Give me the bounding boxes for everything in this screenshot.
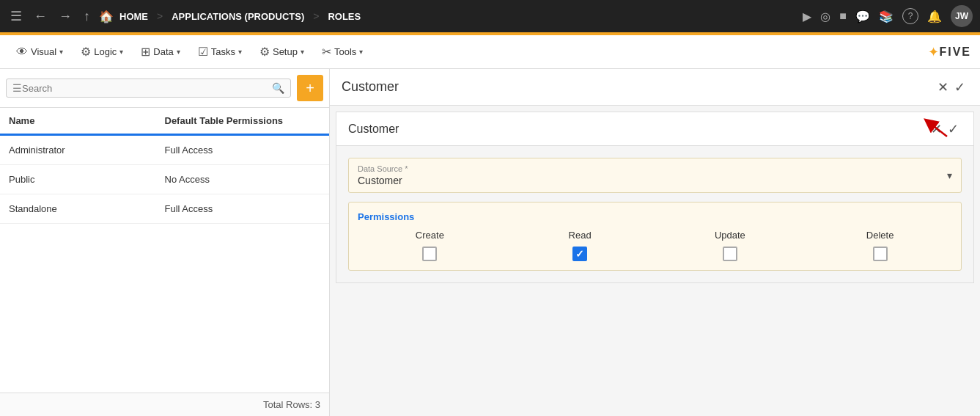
row-perm-public: No Access (165, 174, 321, 185)
visual-icon: 👁 (16, 45, 28, 59)
top-nav-left: ☰ ← → ↑ 🏠 HOME > APPLICATIONS (PRODUCTS)… (7, 5, 797, 27)
perm-col-read: Read ✓ (508, 230, 652, 261)
left-panel: ☰ 🔍 + Name Default Table Permissions Adm… (0, 69, 330, 416)
right-panel: Customer ✕ ✓ Customer ✕ ✓ (330, 69, 980, 416)
perm-col-create: Create (358, 230, 502, 261)
filter-icon: ☰ (12, 82, 22, 94)
logic-arrow: ▾ (119, 48, 123, 56)
home-icon: 🏠 (99, 10, 114, 23)
menu-item-tools[interactable]: ✂ Tools ▾ (314, 40, 370, 63)
visual-arrow: ▾ (59, 48, 63, 56)
sub-header: Customer ✕ ✓ (336, 112, 973, 146)
setup-arrow: ▾ (301, 48, 304, 56)
row-name-public: Public (9, 174, 165, 185)
menu-item-setup[interactable]: ⚙ Setup ▾ (252, 40, 312, 63)
menu-label-tasks: Tasks (211, 46, 235, 57)
help-icon[interactable]: ? (902, 8, 918, 24)
menu-item-logic[interactable]: ⚙ Logic ▾ (73, 40, 130, 63)
perm-header-delete: Delete (866, 230, 894, 241)
perm-col-update: Update (658, 230, 803, 261)
sub-panel: Customer ✕ ✓ (336, 112, 974, 283)
right-confirm-button[interactable]: ✓ (951, 76, 968, 98)
right-close-button[interactable]: ✕ (935, 76, 951, 98)
stop-icon[interactable]: ■ (839, 10, 847, 23)
right-panel-title: Customer (342, 79, 935, 95)
permissions-label: Permissions (358, 211, 952, 222)
forward-icon[interactable]: → (56, 6, 75, 27)
logic-icon: ⚙ (81, 45, 91, 59)
add-button[interactable]: + (297, 75, 323, 101)
menu-item-tasks[interactable]: ☑ Tasks ▾ (191, 40, 249, 63)
menu-label-tools: Tools (334, 46, 356, 57)
play-icon[interactable]: ▶ (803, 10, 811, 23)
perm-header-update: Update (715, 230, 745, 241)
table-row[interactable]: Standalone Full Access (0, 194, 329, 224)
sub-confirm-wrap: ✓ (945, 118, 962, 140)
sub-panel-title: Customer (348, 123, 928, 136)
breadcrumb-roles[interactable]: ROLES (328, 11, 361, 22)
top-nav-right: ▶ ◎ ■ 💬 📚 ? 🔔 JW (803, 5, 973, 27)
search-bar: ☰ 🔍 + (0, 69, 329, 108)
five-logo: ✦ FIVE (928, 44, 971, 60)
menu-bar: 👁 Visual ▾ ⚙ Logic ▾ ⊞ Data ▾ ☑ Tasks ▾ … (0, 35, 980, 69)
perm-header-read: Read (569, 230, 592, 241)
search-input[interactable] (22, 83, 272, 94)
permissions-section: Permissions Create Read ✓ (348, 202, 962, 271)
table-footer: Total Rows: 3 (0, 393, 329, 416)
menu-label-data: Data (153, 46, 173, 57)
breadcrumb-sep-1: > (157, 10, 163, 22)
menu-label-logic: Logic (94, 46, 117, 57)
row-perm-administrator: Full Access (165, 145, 321, 156)
row-name-administrator: Administrator (9, 145, 165, 156)
five-logo-star: ✦ (928, 44, 939, 60)
menu-label-setup: Setup (273, 46, 298, 57)
data-icon: ⊞ (141, 45, 150, 59)
perm-header-create: Create (416, 230, 444, 241)
row-name-standalone: Standalone (9, 203, 165, 214)
column-permissions: Default Table Permissions (165, 115, 321, 126)
form-content: Data Source * Customer ▾ Permissions Cre… (336, 146, 973, 282)
menu-icon[interactable]: ☰ (7, 5, 25, 27)
main-layout: ☰ 🔍 + Name Default Table Permissions Adm… (0, 69, 980, 416)
checkbox-create[interactable] (422, 247, 437, 261)
breadcrumb-applications[interactable]: APPLICATIONS (PRODUCTS) (172, 11, 304, 22)
right-header: Customer ✕ ✓ (330, 69, 980, 106)
tasks-arrow: ▾ (238, 48, 242, 56)
datasource-dropdown-icon[interactable]: ▾ (947, 169, 952, 181)
table-row[interactable]: Administrator Full Access (0, 136, 329, 165)
permissions-grid: Create Read ✓ Update (358, 230, 952, 261)
perm-col-delete: Delete (808, 230, 952, 261)
home-label[interactable]: HOME (119, 11, 148, 22)
sub-close-button[interactable]: ✕ (928, 118, 945, 140)
datasource-label: Data Source * (358, 164, 947, 173)
table-body: Administrator Full Access Public No Acce… (0, 136, 329, 393)
search-input-wrap: ☰ 🔍 (6, 79, 291, 98)
checkbox-read[interactable]: ✓ (572, 247, 587, 261)
checkbox-delete[interactable] (873, 247, 888, 261)
search-action-icon[interactable]: ◎ (820, 10, 830, 23)
back-icon[interactable]: ← (31, 6, 50, 27)
books-icon[interactable]: 📚 (879, 10, 894, 23)
checkmark-read: ✓ (575, 248, 584, 260)
tasks-icon: ☑ (198, 45, 208, 59)
top-nav: ☰ ← → ↑ 🏠 HOME > APPLICATIONS (PRODUCTS)… (0, 0, 980, 32)
menu-item-data[interactable]: ⊞ Data ▾ (133, 40, 187, 63)
tools-icon: ✂ (322, 45, 331, 59)
data-arrow: ▾ (177, 48, 180, 56)
datasource-field[interactable]: Data Source * Customer ▾ (348, 158, 962, 193)
menu-item-visual[interactable]: 👁 Visual ▾ (9, 41, 70, 63)
tools-arrow: ▾ (359, 48, 363, 56)
datasource-field-inner: Data Source * Customer (358, 164, 947, 186)
row-perm-standalone: Full Access (165, 203, 321, 214)
table-header: Name Default Table Permissions (0, 108, 329, 136)
table-row[interactable]: Public No Access (0, 165, 329, 194)
search-magnifier-icon: 🔍 (272, 82, 284, 94)
up-icon[interactable]: ↑ (81, 6, 93, 27)
datasource-value: Customer (358, 175, 402, 186)
user-avatar[interactable]: JW (951, 5, 973, 27)
sub-confirm-button[interactable]: ✓ (945, 118, 962, 140)
bell-icon[interactable]: 🔔 (927, 10, 942, 23)
checkbox-update[interactable] (723, 247, 737, 261)
setup-icon: ⚙ (259, 45, 270, 59)
chat-icon[interactable]: 💬 (855, 10, 870, 23)
